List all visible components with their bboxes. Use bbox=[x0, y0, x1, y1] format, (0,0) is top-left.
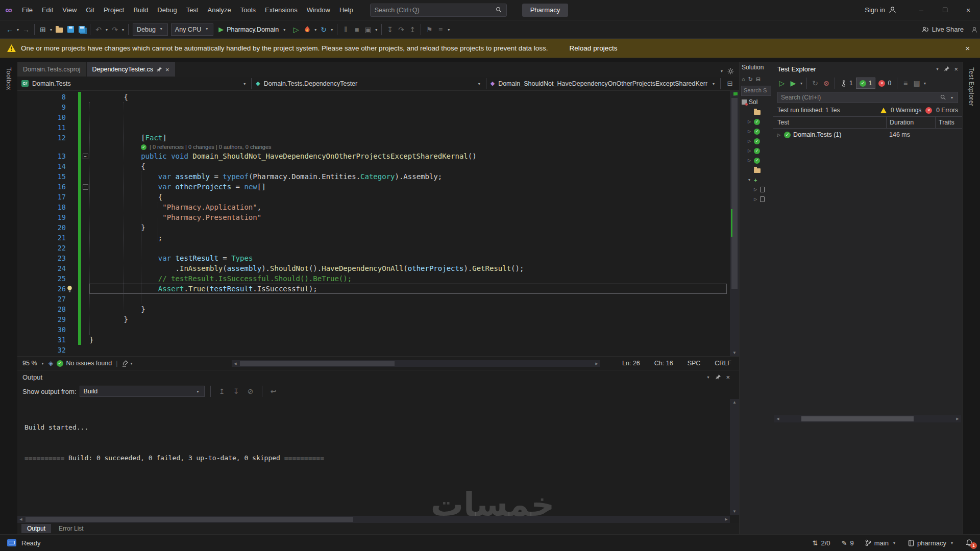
code-line[interactable]: 25 // testResult.IsSuccessful.Should().B… bbox=[17, 273, 730, 284]
code-line[interactable]: 17 { bbox=[17, 192, 730, 202]
tree-expander-icon[interactable]: ▷ bbox=[747, 139, 752, 143]
break-all-icon[interactable]: ‖ bbox=[340, 23, 351, 36]
code-line[interactable]: 28 } bbox=[17, 304, 730, 314]
live-share-button[interactable]: Live Share bbox=[922, 26, 964, 33]
test-options-caret-icon[interactable]: ▾ bbox=[922, 78, 927, 89]
document-health[interactable]: ✓ No issues found bbox=[57, 360, 112, 367]
stop-debugging-icon[interactable]: ■ bbox=[351, 23, 362, 36]
column-duration[interactable]: Duration bbox=[886, 117, 935, 128]
sign-in-button[interactable]: Sign in bbox=[865, 6, 896, 14]
scroll-right-icon[interactable]: ▶ bbox=[723, 516, 730, 523]
tab-list-caret-icon[interactable]: ▾ bbox=[719, 65, 724, 77]
search-options-caret-icon[interactable]: ▾ bbox=[949, 92, 954, 103]
code-line[interactable]: 14 { bbox=[17, 161, 730, 171]
scroll-down-icon[interactable]: ▼ bbox=[730, 350, 739, 355]
window-position-caret-icon[interactable]: ▾ bbox=[935, 63, 940, 74]
code-line[interactable]: 9 bbox=[17, 102, 730, 112]
code-editor[interactable]: 8 {9101112 [Fact]✓| 0 references | 0 cha… bbox=[17, 91, 739, 356]
cancel-test-run-icon[interactable]: ⊗ bbox=[821, 77, 832, 90]
configuration-select[interactable]: Debug ▾ bbox=[133, 23, 168, 36]
solution-root-node[interactable]: Sol bbox=[740, 97, 773, 107]
start-debugging-button[interactable]: ▶ Pharmacy.Domain ▾ bbox=[215, 23, 290, 36]
test-tree-row[interactable]: ▷ ✓ Domain.Tests (1) 146 ms bbox=[773, 129, 962, 141]
pending-changes-status[interactable]: ✎ 9 bbox=[842, 539, 854, 547]
step-into-icon[interactable]: ↧ bbox=[384, 23, 396, 36]
reload-projects-link[interactable]: Reload projects bbox=[570, 44, 618, 52]
scrollbar-thumb[interactable] bbox=[731, 98, 738, 289]
new-project-caret-icon[interactable]: ▾ bbox=[48, 24, 54, 35]
output-source-select[interactable]: Build ▾ bbox=[80, 386, 205, 397]
code-line[interactable]: 13− public void Domain_ShouldNot_HaveDep… bbox=[17, 151, 730, 161]
tab-domain-tests-csproj[interactable]: Domain.Tests.csproj bbox=[17, 62, 86, 77]
code-line[interactable]: 26 Assert.True(testResult.IsSuccessful); bbox=[17, 284, 730, 294]
solution-tree-item[interactable]: ▾+ bbox=[740, 175, 773, 185]
code-line[interactable]: 19 "Pharmacy.Presentation" bbox=[17, 212, 730, 222]
line-ending-indicator[interactable]: CRLF bbox=[715, 360, 731, 367]
split-window-icon[interactable]: ⊟ bbox=[721, 80, 739, 87]
infobar-close-icon[interactable]: × bbox=[962, 44, 973, 53]
tree-expander-icon[interactable]: ▷ bbox=[747, 119, 752, 124]
output-horizontal-scrollbar[interactable]: ◀ ▶ bbox=[17, 516, 730, 523]
code-line[interactable]: 18 "Pharmacy.Application", bbox=[17, 202, 730, 212]
column-indicator[interactable]: Ch: 16 bbox=[654, 360, 673, 367]
run-options-caret-icon[interactable]: ▾ bbox=[799, 78, 804, 89]
hot-reload-caret-icon[interactable]: ▾ bbox=[313, 24, 318, 35]
code-line[interactable]: 24 .InAssembly(assembly).ShouldNot().Hav… bbox=[17, 263, 730, 273]
code-line[interactable]: 21 ; bbox=[17, 233, 730, 243]
hot-reload-icon[interactable] bbox=[302, 23, 313, 36]
menu-window[interactable]: Window bbox=[302, 0, 335, 20]
code-line[interactable]: 8 { bbox=[17, 92, 730, 102]
line-indicator[interactable]: Ln: 26 bbox=[622, 360, 640, 367]
undo-caret-icon[interactable]: ▾ bbox=[104, 24, 109, 35]
code-line[interactable]: 29 } bbox=[17, 314, 730, 324]
redo-caret-icon[interactable]: ▾ bbox=[120, 24, 126, 35]
code-line[interactable]: 31} bbox=[17, 335, 730, 345]
tab-close-icon[interactable]: × bbox=[165, 66, 169, 73]
menu-extensions[interactable]: Extensions bbox=[260, 0, 302, 20]
navigate-back-caret-icon[interactable]: ▾ bbox=[15, 24, 20, 35]
bookmark-list-icon[interactable]: ≡ bbox=[435, 23, 446, 36]
start-without-debugging-icon[interactable]: ▷ bbox=[290, 23, 302, 36]
codelens-content[interactable]: ✓| 0 references | 0 changes | 0 authors,… bbox=[89, 144, 272, 150]
platform-select[interactable]: Any CPU ▾ bbox=[171, 23, 213, 36]
feedback-icon[interactable] bbox=[969, 23, 980, 36]
commits-sync-status[interactable]: ⇅ 2/0 bbox=[813, 539, 830, 547]
code-line[interactable]: 15 var assembly = typeof(Pharmacy.Domain… bbox=[17, 171, 730, 182]
panel-close-icon[interactable]: × bbox=[954, 65, 958, 73]
navigate-back-icon[interactable]: ← bbox=[4, 23, 15, 36]
menu-build[interactable]: Build bbox=[129, 0, 153, 20]
debug-options-caret-icon[interactable]: ▾ bbox=[374, 24, 379, 35]
refresh-icon[interactable]: ↻ bbox=[748, 76, 753, 83]
solution-tree-item[interactable]: ▷✓ bbox=[740, 117, 773, 127]
menu-view[interactable]: View bbox=[58, 0, 81, 20]
code-cleanup-caret-icon[interactable]: ▾ bbox=[129, 358, 134, 369]
solution-badge[interactable]: Pharmacy bbox=[522, 4, 569, 17]
menu-edit[interactable]: Edit bbox=[37, 0, 58, 20]
branch-selector[interactable]: main ▾ bbox=[865, 537, 897, 548]
editor-horizontal-scrollbar[interactable]: ◀ ▶ bbox=[232, 360, 600, 367]
solution-tree-item[interactable]: ▷ bbox=[740, 185, 773, 194]
scroll-right-icon[interactable]: ▶ bbox=[593, 360, 600, 367]
pin-icon[interactable] bbox=[944, 66, 949, 72]
run-all-tests-icon[interactable]: ▷ bbox=[776, 77, 788, 90]
total-tests-filter[interactable]: 1 bbox=[838, 78, 856, 89]
scroll-down-icon[interactable]: ▼ bbox=[730, 509, 739, 514]
warnings-count[interactable]: 0 Warnings bbox=[891, 107, 921, 114]
repeat-last-run-icon[interactable]: ↻ bbox=[810, 77, 821, 90]
code-line[interactable]: 16− var otherProjects = new[] bbox=[17, 182, 730, 192]
test-search-input[interactable]: Search (Ctrl+I) ▾ bbox=[777, 92, 958, 103]
save-all-icon[interactable] bbox=[76, 23, 87, 36]
redo-icon[interactable]: ↷ bbox=[109, 23, 120, 36]
code-line[interactable]: 23 var testResult = Types bbox=[17, 253, 730, 263]
fold-collapse-icon[interactable]: − bbox=[83, 184, 88, 190]
test-explorer-horizontal-scrollbar[interactable]: ◀ ▶ bbox=[774, 415, 961, 422]
solution-tree-item[interactable]: ▷ bbox=[740, 194, 773, 204]
group-by-icon[interactable]: ≡ bbox=[900, 77, 911, 90]
output-vertical-scrollbar[interactable]: ▲ ▼ bbox=[730, 399, 739, 515]
tree-expander-icon[interactable]: ▷ bbox=[747, 158, 752, 163]
minimize-button[interactable]: – bbox=[910, 0, 933, 20]
home-icon[interactable]: ⌂ bbox=[742, 76, 745, 82]
scrollbar-thumb[interactable] bbox=[801, 416, 914, 421]
window-position-caret-icon[interactable]: ▾ bbox=[705, 371, 710, 383]
column-test[interactable]: Test bbox=[773, 119, 886, 126]
